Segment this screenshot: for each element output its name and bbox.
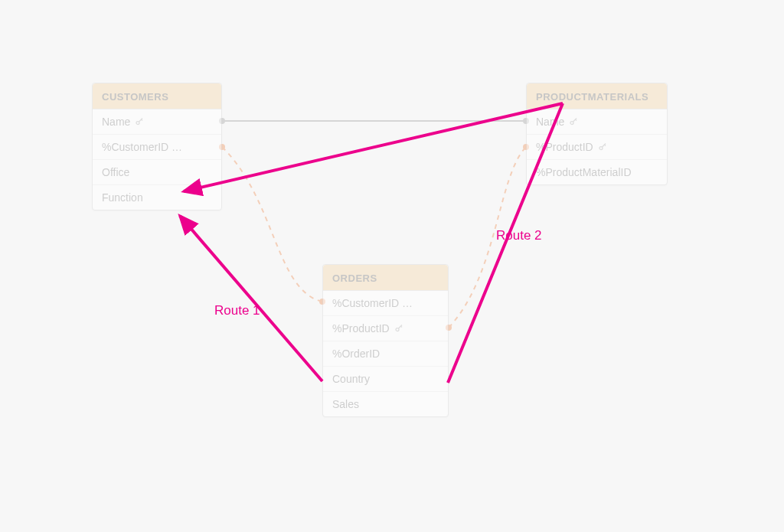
key-icon — [598, 142, 607, 152]
svg-point-9 — [599, 147, 603, 150]
field-label: %CustomerID … — [102, 141, 182, 153]
field-label: %ProductID — [332, 322, 390, 335]
svg-line-11 — [180, 216, 322, 381]
field-label: Name — [102, 116, 130, 128]
table-row: %ProductID — [527, 135, 667, 160]
field-label: %ProductMaterialID — [536, 166, 632, 178]
table-orders-header: ORDERS — [323, 265, 448, 291]
field-label: %CustomerID … — [332, 297, 413, 309]
route1-label: Route 1 — [214, 303, 260, 318]
table-row: Sales — [323, 392, 448, 416]
table-customers: CUSTOMERS Name %CustomerID … Office Func… — [92, 83, 222, 211]
key-icon — [569, 117, 578, 126]
table-row: Country — [323, 367, 448, 392]
table-orders: ORDERS %CustomerID … %ProductID %OrderID… — [322, 264, 449, 417]
table-row: %ProductMaterialID — [527, 160, 667, 184]
field-label: %ProductID — [536, 141, 593, 153]
svg-line-13 — [184, 103, 563, 191]
table-productmaterials: PRODUCTMATERIALS Name %ProductID %Produc… — [526, 83, 668, 185]
field-label: Office — [102, 166, 129, 178]
table-row: Name — [527, 109, 667, 135]
field-label: Country — [332, 373, 370, 385]
field-label: Sales — [332, 398, 359, 410]
table-row: %CustomerID … — [93, 135, 221, 160]
diagram-canvas: CUSTOMERS Name %CustomerID … Office Func… — [0, 0, 784, 532]
field-label: Function — [102, 191, 143, 204]
table-customers-header: CUSTOMERS — [93, 83, 221, 109]
key-icon — [135, 117, 144, 126]
table-productmaterials-header: PRODUCTMATERIALS — [527, 83, 667, 109]
svg-point-10 — [396, 328, 399, 331]
table-row: Function — [93, 185, 221, 210]
svg-point-7 — [136, 122, 139, 125]
field-label: %OrderID — [332, 348, 380, 360]
table-row: Name — [93, 109, 221, 135]
key-icon — [394, 324, 403, 333]
table-row: %CustomerID … — [323, 291, 448, 316]
table-row: %ProductID — [323, 316, 448, 341]
table-row: %OrderID — [323, 341, 448, 367]
field-label: Name — [536, 116, 564, 128]
table-row: Office — [93, 160, 221, 185]
svg-point-8 — [570, 122, 573, 125]
route2-label: Route 2 — [496, 228, 542, 243]
